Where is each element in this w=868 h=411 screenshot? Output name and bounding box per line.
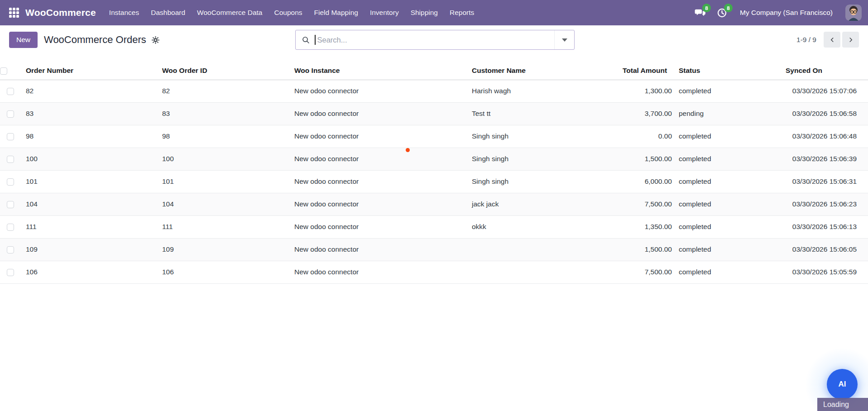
cell-total-amount: 3,700.00 bbox=[623, 102, 674, 125]
cell-status: completed bbox=[674, 215, 786, 238]
row-checkbox[interactable] bbox=[7, 224, 14, 231]
cell-status: completed bbox=[674, 125, 786, 148]
row-checkbox[interactable] bbox=[7, 269, 14, 276]
menu-item-inventory[interactable]: Inventory bbox=[364, 0, 405, 25]
table-row[interactable]: 8282New odoo connectorHarish wagh1,300.0… bbox=[0, 80, 868, 102]
cell-woo-order-id: 109 bbox=[158, 238, 292, 261]
menu-item-dashboard[interactable]: Dashboard bbox=[145, 0, 191, 25]
cell-total-amount: 6,000.00 bbox=[623, 170, 674, 193]
row-checkbox[interactable] bbox=[7, 110, 14, 118]
cell-total-amount: 0.00 bbox=[623, 125, 674, 148]
page-title: WooCommerce Orders bbox=[44, 34, 146, 46]
chevron-down-icon bbox=[562, 38, 567, 42]
search-input[interactable] bbox=[316, 36, 555, 44]
cell-synced-on: 03/30/2026 15:06:58 bbox=[786, 102, 868, 125]
column-header-synced-on[interactable]: Synced On bbox=[786, 62, 868, 80]
orders-table: Order Number Woo Order ID Woo Instance C… bbox=[0, 62, 868, 284]
table-row[interactable]: 104104New odoo connectorjack jack7,500.0… bbox=[0, 193, 868, 215]
cell-total-amount: 1,350.00 bbox=[623, 215, 674, 238]
cell-woo-order-id: 83 bbox=[158, 102, 292, 125]
messages-icon[interactable]: 8 bbox=[695, 7, 706, 19]
cell-status: pending bbox=[674, 102, 786, 125]
cell-total-amount: 1,500.00 bbox=[623, 238, 674, 261]
column-header-woo-instance[interactable]: Woo Instance bbox=[292, 62, 470, 80]
cell-order-number: 98 bbox=[21, 125, 158, 148]
cell-order-number: 82 bbox=[21, 80, 158, 102]
record-dot bbox=[406, 148, 410, 152]
cell-customer-name: Singh singh bbox=[470, 125, 623, 148]
company-switcher[interactable]: My Company (San Francisco) bbox=[740, 9, 833, 17]
menu-item-coupons[interactable]: Coupons bbox=[268, 0, 308, 25]
cell-synced-on: 03/30/2026 15:06:39 bbox=[786, 148, 868, 170]
cell-woo-order-id: 100 bbox=[158, 148, 292, 170]
new-button[interactable]: New bbox=[9, 32, 38, 48]
cell-order-number: 101 bbox=[21, 170, 158, 193]
table-row[interactable]: 100100New odoo connectorSingh singh1,500… bbox=[0, 148, 868, 170]
cell-customer-name: jack jack bbox=[470, 193, 623, 215]
row-checkbox[interactable] bbox=[7, 178, 14, 186]
pager-next-button[interactable] bbox=[842, 32, 859, 48]
cell-order-number: 100 bbox=[21, 148, 158, 170]
cell-customer-name: okkk bbox=[470, 215, 623, 238]
table-row[interactable]: 101101New odoo connectorSingh singh6,000… bbox=[0, 170, 868, 193]
cell-order-number: 106 bbox=[21, 261, 158, 283]
table-row[interactable]: 9898New odoo connectorSingh singh0.00com… bbox=[0, 125, 868, 148]
pager-previous-button[interactable] bbox=[824, 32, 840, 48]
app-brand[interactable]: WooCommerce bbox=[25, 7, 96, 18]
ai-button[interactable]: AI bbox=[827, 369, 858, 400]
table-row[interactable]: 111111New odoo connectorokkk1,350.00comp… bbox=[0, 215, 868, 238]
cell-order-number: 104 bbox=[21, 193, 158, 215]
messages-badge: 8 bbox=[702, 4, 711, 12]
select-all-checkbox[interactable] bbox=[0, 67, 7, 75]
loading-toast: Loading bbox=[817, 398, 868, 411]
pager-range: 1-9 / 9 bbox=[796, 36, 816, 44]
row-checkbox[interactable] bbox=[7, 201, 14, 208]
cell-order-number: 109 bbox=[21, 238, 158, 261]
apps-grid-icon[interactable] bbox=[9, 8, 19, 18]
cell-synced-on: 03/30/2026 15:06:31 bbox=[786, 170, 868, 193]
gear-icon[interactable] bbox=[151, 36, 160, 44]
cell-woo-order-id: 98 bbox=[158, 125, 292, 148]
cell-total-amount: 7,500.00 bbox=[623, 193, 674, 215]
table-header-row: Order Number Woo Order ID Woo Instance C… bbox=[0, 62, 868, 80]
search-options-toggle[interactable] bbox=[554, 30, 574, 49]
column-header-total-amount[interactable]: Total Amount bbox=[623, 62, 674, 80]
menu-item-instances[interactable]: Instances bbox=[103, 0, 145, 25]
cell-total-amount: 1,500.00 bbox=[623, 148, 674, 170]
cell-woo-order-id: 82 bbox=[158, 80, 292, 102]
cell-woo-instance: New odoo connector bbox=[292, 170, 470, 193]
cell-status: completed bbox=[674, 193, 786, 215]
cell-woo-instance: New odoo connector bbox=[292, 148, 470, 170]
cell-customer-name bbox=[470, 238, 623, 261]
column-header-status[interactable]: Status bbox=[674, 62, 786, 80]
cell-customer-name: Harish wagh bbox=[470, 80, 623, 102]
row-checkbox[interactable] bbox=[7, 156, 14, 163]
column-header-customer-name[interactable]: Customer Name bbox=[470, 62, 623, 80]
row-checkbox[interactable] bbox=[7, 88, 14, 95]
menu-item-woocommerce-data[interactable]: WooCommerce Data bbox=[191, 0, 268, 25]
column-header-woo-order-id[interactable]: Woo Order ID bbox=[158, 62, 292, 80]
navbar-menu: InstancesDashboardWooCommerce DataCoupon… bbox=[103, 0, 480, 25]
activity-icon[interactable]: 8 bbox=[716, 7, 728, 19]
table-row[interactable]: 109109New odoo connector1,500.00complete… bbox=[0, 238, 868, 261]
row-checkbox[interactable] bbox=[7, 246, 14, 253]
user-avatar[interactable] bbox=[845, 5, 862, 21]
activity-badge: 8 bbox=[724, 4, 733, 12]
systray: 8 8 My Company (San Francisco) bbox=[695, 5, 862, 21]
menu-item-reports[interactable]: Reports bbox=[444, 0, 480, 25]
cell-status: completed bbox=[674, 238, 786, 261]
cell-woo-instance: New odoo connector bbox=[292, 238, 470, 261]
table-row[interactable]: 106106New odoo connector7,500.00complete… bbox=[0, 261, 868, 283]
chevron-right-icon bbox=[848, 37, 854, 43]
cell-woo-order-id: 111 bbox=[158, 215, 292, 238]
cell-woo-instance: New odoo connector bbox=[292, 80, 470, 102]
column-header-order-number[interactable]: Order Number bbox=[21, 62, 158, 80]
cell-total-amount: 7,500.00 bbox=[623, 261, 674, 283]
menu-item-field-mapping[interactable]: Field Mapping bbox=[308, 0, 364, 25]
chevron-left-icon bbox=[829, 37, 835, 43]
cell-woo-instance: New odoo connector bbox=[292, 125, 470, 148]
menu-item-shipping[interactable]: Shipping bbox=[405, 0, 444, 25]
cell-status: completed bbox=[674, 80, 786, 102]
row-checkbox[interactable] bbox=[7, 133, 14, 140]
table-row[interactable]: 8383New odoo connectorTest tt3,700.00pen… bbox=[0, 102, 868, 125]
